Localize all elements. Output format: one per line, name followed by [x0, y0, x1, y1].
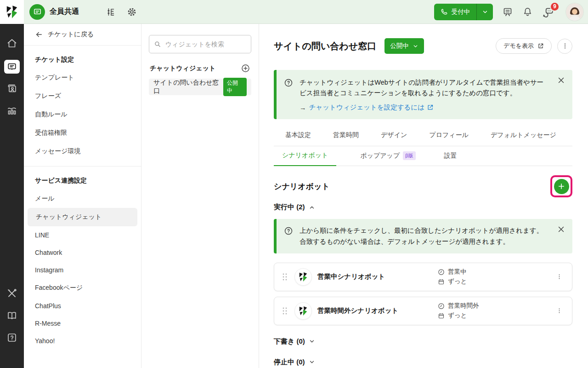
tab-default-message[interactable]: デフォルトメッセージ [491, 131, 556, 146]
messages-chat-icon[interactable]: 9 [542, 6, 554, 18]
tab-business-hours[interactable]: 営業時間 [333, 131, 359, 146]
widget-search-input[interactable] [165, 40, 246, 48]
page-kebab-menu[interactable] [557, 39, 572, 54]
add-scenario-highlight-box [550, 175, 572, 197]
sidebar-item-rmesse[interactable]: R-Messe [24, 315, 141, 332]
icon-rail [0, 24, 24, 368]
page-title: サイトの問い合わせ窓口 [274, 40, 376, 52]
publish-status-dropdown[interactable]: 公開中 [384, 38, 424, 54]
rail-docs-book-icon[interactable] [6, 310, 17, 321]
back-label: チケットに戻る [48, 30, 94, 39]
ticket-settings-section: チケット設定 テンプレート フレーズ 自動ルール 受信箱権限 メッセージ環境 [24, 46, 141, 166]
app-logo[interactable] [0, 0, 24, 24]
widget-name: サイトの問い合わせ窓口 [153, 79, 223, 95]
tab-installation[interactable]: 設置 [440, 147, 462, 166]
widget-list-item[interactable]: サイトの問い合わせ窓口 公開中 [149, 79, 251, 95]
group-stopped-toggle[interactable]: 停止中 (0) [274, 358, 572, 367]
user-avatar[interactable] [566, 3, 583, 21]
inbox-list-icon[interactable] [106, 7, 116, 17]
tab-scenario-bot[interactable]: シナリオボット [274, 146, 336, 166]
scenario-card[interactable]: 営業中シナリオボット 営業中 ずっと [274, 263, 572, 291]
tab-profile[interactable]: プロフィール [429, 131, 469, 146]
show-demo-label: デモを表示 [503, 42, 534, 50]
tab-popup-label: ポップアップ [360, 152, 400, 160]
sidebar-item-phrases[interactable]: フレーズ [24, 87, 141, 105]
back-to-tickets-link[interactable]: チケットに戻る [24, 24, 141, 45]
sidebar-item-auto-rules[interactable]: 自動ルール [24, 105, 141, 124]
scenario-kebab-menu[interactable] [554, 273, 565, 280]
setup-guide-link[interactable]: チャットウィジェットを設定するには [309, 103, 434, 112]
publish-status-label: 公開中 [390, 42, 409, 50]
tab-scenario-bot-label: シナリオボット [282, 151, 328, 160]
sidebar-item-facebook[interactable]: Facebookページ [24, 279, 141, 297]
unread-count-badge: 9 [550, 2, 560, 12]
tab-design[interactable]: デザイン [381, 131, 407, 146]
widget-group-title: チャットウィジェット [150, 64, 215, 73]
banner-close-button[interactable] [557, 225, 565, 233]
sidebar-item-chatplus[interactable]: ChatPlus [24, 297, 141, 315]
close-icon [557, 225, 565, 233]
rail-tools-icon[interactable] [6, 288, 17, 299]
group-draft-toggle[interactable]: 下書き (0) [274, 337, 572, 346]
rail-home-icon[interactable] [6, 38, 17, 49]
section-title-service-integration: サービス連携設定 [24, 171, 141, 190]
rail-contacts-icon[interactable] [6, 83, 17, 94]
info-banner-widget: チャットウィジェットはWebサイトの訪問者がリアルタイムで営業担当者やサービス担… [274, 70, 572, 119]
drag-handle-icon[interactable] [282, 272, 288, 282]
group-running-label: 実行中 (2) [274, 203, 305, 212]
show-demo-button[interactable]: デモを表示 [496, 38, 552, 54]
availability-split-button: 受付中 [434, 4, 493, 20]
sidebar-item-chat-widget[interactable]: チャットウィジェット [28, 208, 137, 226]
chevron-down-icon [482, 9, 488, 15]
tab-basic-settings[interactable]: 基本設定 [285, 131, 311, 146]
rail-tickets-icon[interactable] [4, 60, 20, 74]
rail-stats-icon[interactable] [6, 105, 17, 116]
scenario-period: ずっと [448, 277, 467, 286]
sidebar-item-yahoo[interactable]: Yahoo! [24, 332, 141, 350]
primary-tabs: 基本設定 営業時間 デザイン プロフィール デフォルトメッセージ [274, 131, 572, 146]
add-scenario-button[interactable] [554, 179, 569, 194]
calendar-icon [438, 312, 445, 319]
order-banner-line1: 上から順に条件をチェックし、最初に合致したシナリオボットが適用されます。 [300, 225, 543, 236]
clock-icon [438, 269, 445, 276]
calendar-icon [438, 278, 445, 285]
settings-gear-icon[interactable] [127, 7, 137, 17]
scenario-kebab-menu[interactable] [554, 307, 565, 314]
secondary-tabs: シナリオボット ポップアップ β版 設置 [274, 146, 572, 166]
question-circle-icon [284, 78, 293, 87]
search-icon [154, 40, 161, 48]
widget-search[interactable] [149, 35, 251, 53]
group-running-toggle[interactable]: 実行中 (2) [274, 203, 572, 212]
workspace-switcher[interactable]: 全員共通 [29, 4, 79, 20]
add-widget-icon[interactable] [241, 63, 250, 73]
chevron-up-icon [309, 204, 315, 211]
scenario-card[interactable]: 営業時間外シナリオボット 営業時間外 ずっと [274, 297, 572, 325]
drag-handle-icon[interactable] [282, 306, 288, 316]
sidebar-item-chatwork[interactable]: Chatwork [24, 244, 141, 261]
arrow-left-icon [35, 30, 43, 39]
scenario-name: 営業中シナリオボット [317, 272, 438, 281]
kebab-icon [556, 273, 563, 280]
arrow-glyph: → [300, 104, 306, 111]
workspace-inbox-icon [29, 4, 45, 20]
external-link-icon [427, 104, 434, 111]
sidebar-item-instagram[interactable]: Instagram [24, 261, 141, 279]
banner-close-button[interactable] [557, 76, 565, 84]
sidebar-item-template[interactable]: テンプレート [24, 69, 141, 87]
rail-help-icon[interactable] [6, 332, 17, 343]
kebab-icon [556, 307, 563, 314]
sidebar-item-message-env[interactable]: メッセージ環境 [24, 142, 141, 161]
section-title-ticket-settings: チケット設定 [24, 50, 141, 69]
sidebar-item-line[interactable]: LINE [24, 226, 141, 244]
notifications-bell-icon[interactable] [522, 6, 533, 17]
sidebar-item-mail[interactable]: メール [24, 190, 141, 208]
scenario-bot-avatar [294, 302, 312, 320]
availability-button[interactable]: 受付中 [434, 4, 477, 20]
sidebar-item-inbox-permissions[interactable]: 受信箱権限 [24, 124, 141, 142]
availability-caret-button[interactable] [476, 4, 493, 20]
widget-status-badge: 公開中 [223, 78, 247, 96]
scenario-bot-avatar [294, 268, 312, 286]
dashboard-board-icon[interactable] [502, 6, 513, 17]
tab-popup[interactable]: ポップアップ β版 [356, 146, 420, 166]
setup-guide-link-label: チャットウィジェットを設定するには [309, 103, 425, 112]
